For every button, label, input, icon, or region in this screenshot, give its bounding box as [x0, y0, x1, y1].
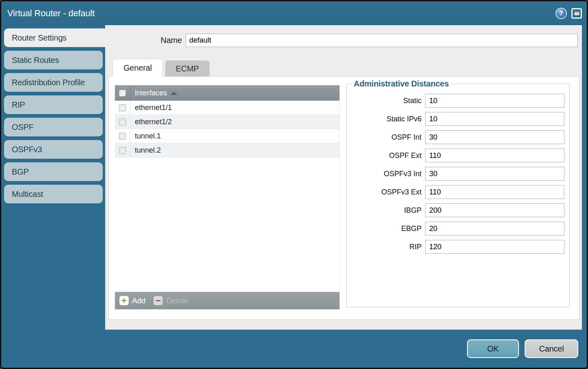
titlebar-icons: ?	[556, 8, 582, 19]
distance-field-input[interactable]	[425, 130, 564, 144]
delete-button[interactable]: − Delete	[153, 296, 188, 305]
distance-field-row: Static	[347, 94, 569, 108]
sidebar-item[interactable]: Router Settings	[4, 28, 105, 47]
interfaces-table-body: ethernet1/1 ethernet1/2 tunnel.1	[115, 101, 339, 292]
distance-field-input[interactable]	[425, 112, 564, 126]
distance-field-row: OSPFv3 Ext	[347, 185, 569, 199]
interface-name: tunnel.2	[135, 146, 161, 155]
administrative-distances-title: Administrative Distances	[352, 79, 451, 88]
row-checkbox-cell	[115, 115, 130, 129]
distance-field-label: RIP	[347, 243, 425, 251]
dialog-footer: OK Cancel	[1, 330, 587, 368]
help-icon[interactable]: ?	[556, 8, 567, 19]
distance-field-input[interactable]	[425, 222, 564, 235]
cancel-button[interactable]: Cancel	[525, 339, 578, 358]
interface-row[interactable]: ethernet1/1	[115, 101, 339, 115]
content-area: Name GeneralECMP Interfaces	[105, 25, 582, 330]
delete-minus-icon: −	[153, 296, 163, 305]
window-icon[interactable]	[571, 8, 582, 19]
distance-field-row: IBGP	[347, 203, 569, 217]
distance-field-row: OSPF Ext	[347, 149, 569, 162]
distance-field-label: OSPFv3 Ext	[347, 188, 425, 196]
dialog-body: Router SettingsStatic RoutesRedistributi…	[1, 25, 587, 330]
distance-field-input[interactable]	[425, 240, 564, 254]
distance-field-label: OSPFv3 Int	[347, 170, 425, 178]
distance-field-row: OSPF Int	[347, 130, 569, 144]
distance-field-input[interactable]	[425, 167, 564, 181]
general-tab-panel: Interfaces ethernet1/1	[108, 76, 579, 320]
distance-field-label: Static IPv6	[347, 115, 425, 123]
distance-field-label: OSPF Int	[347, 133, 425, 142]
distance-field-input[interactable]	[425, 185, 564, 199]
tab-strip: GeneralECMP	[112, 59, 582, 77]
tab[interactable]: General	[112, 59, 163, 77]
distance-field-input[interactable]	[425, 203, 564, 217]
row-checkbox-cell	[115, 143, 130, 157]
interfaces-column-header[interactable]: Interfaces	[135, 89, 167, 97]
distance-field-label: OSPF Ext	[347, 151, 425, 160]
sidebar-item[interactable]: Redistribution Profile	[4, 73, 103, 92]
sidebar-item[interactable]: OSPF	[4, 118, 103, 136]
name-label: Name	[105, 36, 186, 45]
distance-field-label: EBGP	[347, 224, 425, 233]
row-checkbox-cell	[115, 101, 130, 114]
add-plus-icon: +	[119, 296, 129, 305]
distance-field-label: Static	[347, 97, 425, 105]
interface-name: tunnel.1	[135, 132, 161, 140]
interfaces-table: Interfaces ethernet1/1	[115, 85, 340, 309]
dialog-title: Virtual Router - default	[7, 8, 95, 19]
window-icon-pane	[574, 11, 579, 15]
select-all-checkbox[interactable]	[119, 90, 126, 97]
row-checkbox[interactable]	[119, 147, 126, 154]
virtual-router-dialog: Virtual Router - default ? Router Settin…	[0, 0, 588, 369]
distance-field-row: EBGP	[347, 222, 569, 235]
interfaces-table-footer: + Add − Delete	[115, 292, 339, 309]
ok-button[interactable]: OK	[467, 339, 519, 358]
titlebar: Virtual Router - default ?	[1, 1, 587, 25]
row-checkbox-cell	[115, 129, 130, 143]
interface-row[interactable]: tunnel.1	[115, 129, 339, 143]
row-checkbox[interactable]	[119, 104, 126, 111]
distance-field-label: IBGP	[347, 206, 425, 215]
interface-row[interactable]: ethernet1/2	[115, 115, 339, 129]
sidebar: Router SettingsStatic RoutesRedistributi…	[1, 25, 105, 330]
distance-field-row: Static IPv6	[347, 112, 569, 126]
add-button[interactable]: + Add	[119, 296, 145, 305]
interfaces-table-header: Interfaces	[115, 85, 339, 101]
sidebar-item[interactable]: Multicast	[4, 185, 103, 203]
tab[interactable]: ECMP	[165, 60, 210, 77]
administrative-distances-fields: Static Static IPv6 OSPF Int OSPF Ext	[347, 94, 569, 254]
distance-field-input[interactable]	[425, 94, 564, 108]
sidebar-item[interactable]: BGP	[4, 162, 103, 181]
interface-row[interactable]: tunnel.2	[115, 143, 339, 158]
name-input[interactable]	[186, 34, 578, 47]
row-checkbox[interactable]	[119, 119, 126, 125]
distance-field-input[interactable]	[425, 149, 564, 162]
row-checkbox[interactable]	[119, 133, 126, 140]
interface-name: ethernet1/1	[135, 104, 172, 112]
distance-field-row: RIP	[347, 240, 569, 254]
name-row: Name	[105, 34, 578, 47]
sidebar-item[interactable]: OSPFv3	[4, 140, 103, 159]
interface-name: ethernet1/2	[135, 118, 172, 126]
sort-ascending-icon	[171, 91, 177, 95]
sidebar-item[interactable]: RIP	[4, 95, 103, 114]
sidebar-item[interactable]: Static Routes	[4, 51, 103, 69]
administrative-distances-fieldset: Administrative Distances Static Static I…	[346, 79, 570, 307]
distance-field-row: OSPFv3 Int	[347, 167, 569, 181]
header-checkbox-cell	[115, 85, 130, 101]
